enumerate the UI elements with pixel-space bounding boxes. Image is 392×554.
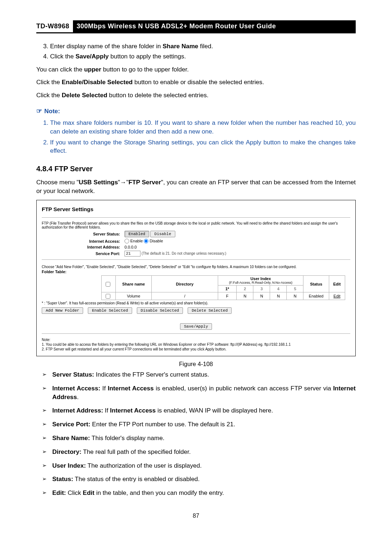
ftp-intro-b2: FTP Server	[128, 179, 161, 186]
ftp-intro-arrow: "→"	[118, 179, 128, 186]
note-label: Note:	[44, 108, 60, 115]
enable-radio[interactable]	[124, 239, 129, 243]
def-9-t1: Click	[66, 489, 83, 496]
super-user-note: * : "Super User". It has full-access per…	[42, 301, 350, 305]
step-4: Click the Save/Apply button to apply the…	[50, 52, 356, 61]
ss-footnote-1: 1. You could be able to access the folde…	[42, 342, 350, 347]
add-new-folder-button[interactable]: Add New Folder	[42, 307, 83, 314]
def-2-t3: .	[77, 394, 79, 401]
th-user-index-group: User Index (F:Full-Access, R:Read-Only, …	[218, 276, 303, 286]
cell-u5: N	[287, 292, 303, 300]
def-internet-address: Internet Address: If Internet Access is …	[52, 406, 356, 418]
select-all-checkbox[interactable]	[106, 282, 110, 287]
th-user-index: User Index	[219, 276, 303, 281]
ftp-intro-pre: Choose menu "	[36, 179, 79, 186]
note-1: The max share folders number is 10. If y…	[50, 119, 356, 136]
page-header: TD-W8968 300Mbps Wireless N USB ADSL2+ M…	[36, 20, 356, 32]
section-heading: 4.8.4 FTP Server	[36, 165, 356, 173]
def-9-b: Edit:	[52, 489, 66, 496]
settings-table: Server Status: Enabled Disable Internet …	[42, 230, 350, 258]
enable-radio-label[interactable]: Enable	[124, 239, 143, 243]
table-row: Volume / F N N N N Enabled Edit	[102, 292, 345, 300]
def-directory: Directory: The real full path of the spe…	[52, 447, 356, 459]
def-internet-access: Internet Access: If Internet Access is e…	[52, 383, 356, 405]
header-rule	[36, 32, 356, 33]
label-server-status: Server Status:	[42, 230, 122, 238]
th-u3: 3	[253, 286, 270, 292]
enable-selected-button[interactable]: Enable Selected	[88, 307, 132, 314]
note-list: The max share folders number is 10. If y…	[36, 119, 356, 155]
figure-caption: Figure 4-108	[36, 361, 356, 368]
step-4-pre: Click the	[50, 53, 75, 60]
para-enable: Click the Enable/Disable Selected button…	[36, 78, 356, 87]
para-enable-b: Enable/Disable Selected	[62, 79, 133, 86]
def-8-b: Status:	[52, 476, 73, 483]
ss-hr-3	[42, 333, 350, 334]
page-number: 87	[36, 513, 356, 519]
th-directory: Directory	[151, 276, 218, 292]
para-delete-b: Delete Selected	[62, 92, 107, 99]
step-3-pre: Enter display name of the share folder i…	[50, 43, 163, 50]
steps-list: Enter display name of the share folder i…	[36, 42, 356, 61]
ss-hr-1	[42, 217, 350, 218]
def-3-b2: Internet Access	[110, 407, 156, 414]
save-apply-button[interactable]: Save/Apply	[180, 323, 212, 330]
label-internet-address: Internet Address:	[42, 244, 122, 250]
th-u5: 5	[287, 286, 303, 292]
para-delete-pre: Click the	[36, 92, 62, 99]
note-heading: ☞Note:	[36, 107, 356, 115]
para-upper-pre: You can click the	[36, 66, 84, 73]
folder-table-label: Folder Table:	[42, 270, 350, 274]
th-u2: 2	[237, 286, 253, 292]
folder-button-row: Add New Folder Enable Selected Disable S…	[42, 307, 350, 314]
step-3: Enter display name of the share folder i…	[50, 42, 356, 51]
step-3-bold: Share Name	[163, 43, 198, 50]
row-checkbox[interactable]	[106, 294, 110, 299]
th-edit: Edit	[329, 276, 345, 292]
para-upper-b: upper	[84, 66, 101, 73]
disable-radio[interactable]	[144, 239, 148, 243]
label-internet-access: Internet Access:	[42, 238, 122, 245]
disable-radio-text: Disable	[150, 239, 163, 243]
def-2-b1: Internet Access:	[52, 385, 100, 392]
def-6-b: Directory:	[52, 448, 81, 455]
disable-button[interactable]: Disable	[150, 231, 175, 237]
step-3-post: filed.	[198, 43, 213, 50]
delete-selected-button[interactable]: Delete Selected	[188, 307, 232, 314]
def-5-b: Share Name:	[52, 435, 90, 442]
note-2: If you want to change the Storage Sharin…	[50, 138, 356, 156]
cell-u2: N	[237, 292, 253, 300]
def-3-t2: is enabled, WAN IP will be displayed her…	[156, 407, 273, 414]
ss-title: FTP Server Settings	[42, 206, 350, 212]
def-1-b: Server Status:	[52, 371, 94, 378]
ss-footnote-label: Note:	[42, 337, 350, 342]
edit-link[interactable]: Edit	[334, 294, 340, 298]
cell-status: Enabled	[303, 292, 329, 300]
def-7-t: The authorization of the user is display…	[86, 462, 202, 469]
def-9-b2: Edit	[83, 489, 94, 496]
def-2-b2: Internet Access	[108, 385, 154, 392]
th-share-name: Share name	[116, 276, 152, 292]
def-5-t: This folder's display name.	[90, 435, 164, 442]
label-service-port: Service Port:	[42, 250, 122, 257]
th-u1: 1*	[218, 286, 236, 292]
para-enable-pre: Click the	[36, 79, 62, 86]
def-3-b1: Internet Address:	[52, 407, 103, 414]
mid-desc: Choose "Add New Folder", "Enable Selecte…	[42, 265, 350, 269]
para-delete-post: button to delete the selected entries.	[107, 92, 209, 99]
service-port-hint: (The default is 21. Do not change unless…	[142, 251, 226, 255]
def-2-t2: is enabled, user(s) in public network ca…	[154, 385, 333, 392]
ftp-intro: Choose menu "USB Settings"→"FTP Server",…	[36, 178, 356, 196]
def-service-port: Service Port: Enter the FTP Port number …	[52, 419, 356, 432]
ss-hr-2	[42, 259, 350, 260]
cell-directory: /	[151, 292, 218, 300]
folder-table: Share name Directory User Index (F:Full-…	[101, 275, 345, 300]
def-edit: Edit: Click Edit in the table, and then …	[52, 488, 356, 500]
service-port-input[interactable]	[124, 251, 140, 257]
th-status: Status	[303, 276, 329, 292]
enabled-button[interactable]: Enabled	[124, 231, 149, 237]
disable-selected-button[interactable]: Disable Selected	[137, 307, 183, 314]
disable-radio-label[interactable]: Disable	[144, 239, 163, 243]
def-4-t: Enter the FTP Port number to use. The de…	[90, 421, 235, 428]
ss-footnote-2: 2. FTP Server will get restarted and all…	[42, 347, 350, 352]
